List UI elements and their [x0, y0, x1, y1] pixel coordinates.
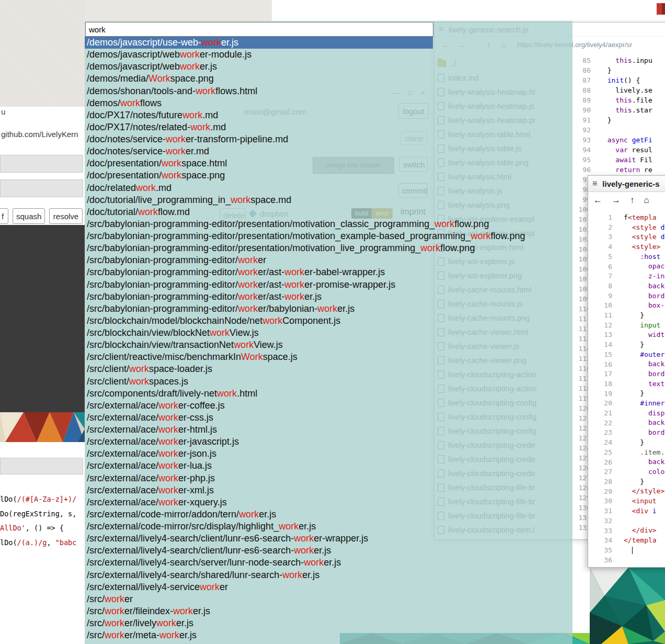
- search-result-item[interactable]: /doc/PX17/notes/futurework.md: [85, 109, 433, 121]
- search-match: work: [279, 521, 299, 532]
- search-result-item[interactable]: /src/babylonian-programming-editor/worke…: [85, 266, 433, 278]
- search-match: work: [196, 86, 215, 96]
- search-result-item[interactable]: /src/external/lively4-search/client/lunr…: [85, 545, 433, 557]
- search-result-item[interactable]: /src/blockchain/model/blockchainNode/net…: [85, 315, 433, 327]
- search-match: work: [166, 134, 186, 144]
- hamburger-menu-icon[interactable]: ≡: [592, 179, 597, 188]
- search-match: work: [158, 473, 178, 483]
- search-match: work: [105, 606, 124, 616]
- search-result-item[interactable]: /src/client/reactive/misc/benchmarkInWor…: [85, 351, 433, 363]
- search-match: work: [238, 279, 258, 290]
- search-result-item[interactable]: /src/external/ace/worker-lua.js: [85, 460, 433, 472]
- search-result-item[interactable]: /src/worker: [85, 593, 433, 605]
- search-result-item[interactable]: /src/external/ace/worker-php.js: [85, 472, 433, 484]
- triangle-pattern-bottom-right: [590, 568, 665, 644]
- squash-button[interactable]: squash: [13, 208, 45, 224]
- search-result-item[interactable]: /src/babylonian-programming-editor/worke…: [85, 291, 433, 303]
- search-result-item[interactable]: /src/worker/fileindex-worker.js: [85, 605, 433, 617]
- search-match: work: [162, 158, 181, 168]
- search-match: work: [294, 533, 314, 544]
- search-match: work: [159, 630, 179, 640]
- search-result-item[interactable]: /src/babylonian-programming-editor/prese…: [85, 218, 433, 230]
- background-texture-top: [85, 0, 272, 21]
- search-result-item[interactable]: /src/external/lively4-search/server/lunr…: [85, 557, 433, 569]
- code-area[interactable]: f<templa <style d <style d <style> :host…: [616, 213, 665, 568]
- search-result-item[interactable]: /src/babylonian-programming-editor/prese…: [85, 242, 433, 254]
- search-match: work: [180, 61, 200, 72]
- search-result-item[interactable]: /doc/relatedwork.md: [85, 182, 433, 194]
- search-result-item[interactable]: /src/components/draft/lively-network.htm…: [85, 388, 433, 400]
- search-result-item[interactable]: /src/external/ace/worker-json.js: [85, 448, 433, 460]
- search-result-item[interactable]: /src/external/lively4-search/shared/lunr…: [85, 569, 433, 581]
- editor-window-titlebar[interactable]: ≡ lively-generic-s: [588, 176, 665, 192]
- search-result-item[interactable]: /src/babylonian-programming-editor/prese…: [85, 230, 433, 242]
- search-match: work: [105, 618, 124, 628]
- search-result-item[interactable]: /doc/notes/service-worker.md: [85, 145, 433, 157]
- search-result-item[interactable]: /src/external/code-mirror/addon/tern/wor…: [85, 509, 433, 521]
- template-editor[interactable]: 1234567891011121314151617181920212223242…: [588, 209, 665, 568]
- search-result-item[interactable]: /src/worker/meta-worker.js: [85, 629, 433, 641]
- search-result-item[interactable]: /src/external/ace/worker-xquery.js: [85, 496, 433, 509]
- text-field-1[interactable]: [0, 155, 83, 173]
- text-field-3[interactable]: [0, 458, 83, 474]
- search-match: work: [105, 630, 124, 640]
- search-result-item[interactable]: /demos/javascript/use-web-worker.js: [85, 37, 433, 49]
- search-result-item[interactable]: /doc/presentation/workspace.png: [85, 170, 433, 182]
- search-match: work: [166, 146, 186, 156]
- search-match: work: [180, 49, 200, 60]
- home-button[interactable]: ⌂: [644, 195, 649, 206]
- search-match: work: [200, 582, 220, 592]
- search-result-item[interactable]: /src/client/workspace-loader.js: [85, 363, 433, 375]
- search-result-item[interactable]: /demos/media/Workspace.png: [85, 73, 433, 85]
- search-match: work: [156, 618, 176, 628]
- triangle-mosaic-left: [0, 412, 85, 442]
- search-result-item[interactable]: /src/external/lively4-serviceworker: [85, 581, 433, 593]
- search-result-item[interactable]: /doc/presentation/workspace.html: [85, 157, 433, 170]
- search-result-item[interactable]: /src/external/lively4-search/client/lunr…: [85, 533, 433, 545]
- search-result-item[interactable]: /doc/PX17/notes/related-work.md: [85, 121, 433, 133]
- label-u: u: [1, 107, 5, 116]
- search-match: work: [129, 376, 149, 387]
- partial-button-f[interactable]: f: [0, 208, 8, 224]
- search-result-item[interactable]: /src/babylonian-programming-editor/worke…: [85, 279, 433, 291]
- search-match: work: [158, 412, 178, 423]
- search-result-item[interactable]: /doc/notes/service-worker-transform-pipe…: [85, 133, 433, 145]
- search-result-item[interactable]: /src/external/ace/worker-xml.js: [85, 484, 433, 496]
- forward-button[interactable]: →: [612, 195, 621, 206]
- search-result-item[interactable]: /demos/javascript/webworker.js: [85, 61, 433, 73]
- code-fragment[interactable]: lDo(/(#[A-Za-z]+)/Do(regExString, s,AllD…: [0, 492, 85, 552]
- search-input[interactable]: [85, 22, 433, 37]
- search-result-item[interactable]: /src/babylonian-programming-editor/worke…: [85, 303, 433, 315]
- text-field-2[interactable]: [0, 179, 83, 197]
- resolve-button[interactable]: resolve: [49, 208, 83, 224]
- search-match: work: [284, 291, 304, 302]
- editor-window: ≡ lively-generic-s ← → ↑ ⌂ 1234567891011…: [588, 175, 665, 568]
- search-result-item[interactable]: /src/blockchain/view/transactionNetworkV…: [85, 339, 433, 351]
- dark-panel: [0, 225, 85, 412]
- search-result-item[interactable]: /demos/workflows: [85, 97, 433, 109]
- search-result-item[interactable]: /src/client/workspaces.js: [85, 376, 433, 388]
- search-match: work: [238, 303, 258, 314]
- search-result-item[interactable]: /demos/javascript/webworker-module.js: [85, 49, 433, 61]
- search-match: work: [304, 557, 324, 568]
- search-match: work: [294, 545, 314, 556]
- search-result-item[interactable]: /src/babylonian-programming-editor/worke…: [85, 254, 433, 266]
- up-button[interactable]: ↑: [630, 195, 635, 206]
- search-result-item[interactable]: /demos/shonan/tools-and-workflows.html: [85, 85, 433, 97]
- back-button[interactable]: ←: [593, 195, 602, 206]
- search-result-item[interactable]: /src/external/ace/worker-css.js: [85, 412, 433, 424]
- search-result-item[interactable]: /src/external/ace/worker-coffee.js: [85, 400, 433, 412]
- search-result-item[interactable]: /src/external/ace/worker-javascript.js: [85, 436, 433, 448]
- search-result-item[interactable]: /src/blockchain/view/blockNetworkView.js: [85, 327, 433, 339]
- editor-navbar: ← → ↑ ⌂: [588, 192, 665, 209]
- search-result-item[interactable]: /src/external/ace/worker-html.js: [85, 424, 433, 436]
- search-match: work: [162, 170, 181, 180]
- search-match: work: [217, 388, 237, 399]
- background-texture: [0, 0, 85, 107]
- search-result-item[interactable]: /doc/tutorial/live_programming_in_worksp…: [85, 194, 433, 206]
- search-result-item[interactable]: /doc/tutorial/workflow.md: [85, 206, 433, 218]
- github-url[interactable]: github.com/LivelyKern: [1, 130, 85, 139]
- search-result-item[interactable]: /src/external/code-mirror/src/display/hi…: [85, 521, 433, 533]
- search-match: work: [136, 183, 156, 193]
- search-result-item[interactable]: /src/worker/livelyworker.js: [85, 617, 433, 629]
